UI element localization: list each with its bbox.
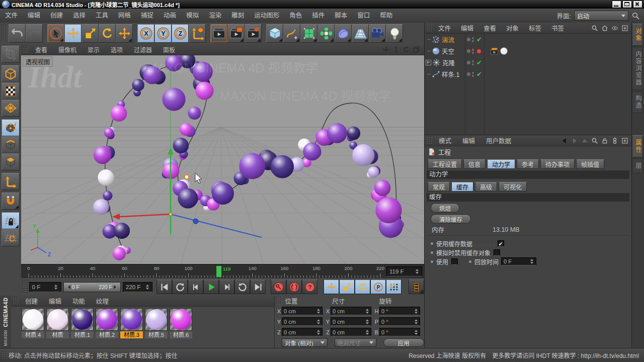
coord-field[interactable]: 0 °: [379, 317, 420, 326]
right-tab-bottom-0[interactable]: 属性: [632, 135, 643, 157]
prev-frame-button[interactable]: [188, 280, 203, 294]
right-tab-bottom-1[interactable]: 层: [632, 158, 643, 173]
attribute-tab-5[interactable]: 帧插值: [576, 159, 604, 169]
material-swatch[interactable]: [22, 308, 44, 331]
tag-clap-icon[interactable]: [490, 47, 499, 55]
size-mode-dropdown[interactable]: 绝对尺寸: [335, 338, 376, 347]
axis-mode-button[interactable]: [2, 173, 20, 190]
maximize-icon[interactable]: [413, 46, 420, 53]
right-tab-top-0[interactable]: 对象: [632, 24, 643, 46]
material-item[interactable]: 材质: [46, 308, 69, 338]
menubar-item-9[interactable]: 渲染: [204, 9, 226, 23]
snap-button[interactable]: [2, 193, 20, 210]
workplane-mode-button[interactable]: [2, 100, 20, 117]
scale-button[interactable]: [339, 280, 355, 294]
disabled-red-icon[interactable]: [477, 49, 481, 53]
axis-z-button[interactable]: Z: [172, 24, 189, 43]
material-menu-3[interactable]: 纹理: [91, 296, 114, 306]
menubar-item-4[interactable]: 工具: [91, 9, 113, 23]
viewport-menu-item-2[interactable]: 显示: [82, 45, 105, 54]
visibility-dots[interactable]: [472, 37, 474, 42]
object-row[interactable]: 样条.1✔: [425, 68, 631, 80]
autokey-button[interactable]: [286, 280, 302, 294]
tag-sphere-icon[interactable]: [500, 47, 508, 55]
menubar-item-5[interactable]: 网格: [113, 9, 136, 23]
clear-cache-button[interactable]: 清除缓存: [431, 214, 471, 224]
view-label[interactable]: 透视视图: [23, 56, 53, 67]
model-mode-button[interactable]: [2, 65, 20, 82]
back-icon[interactable]: [561, 137, 568, 144]
object-name[interactable]: 克隆: [442, 58, 455, 67]
workplane-transform-button[interactable]: [2, 229, 20, 246]
checkbox[interactable]: [494, 249, 500, 256]
enabled-check-icon[interactable]: ✔: [476, 36, 482, 43]
material-swatch[interactable]: [120, 308, 143, 331]
material-item[interactable]: 材质.3: [120, 308, 143, 338]
object-row[interactable]: 湍流✔: [425, 34, 631, 45]
enabled-check-icon[interactable]: ✔: [476, 59, 482, 66]
coord-field[interactable]: 0 cm: [331, 317, 371, 326]
interface-dropdown[interactable]: 启动: [574, 11, 628, 21]
attribute-tab-0[interactable]: 工程设置: [428, 159, 462, 169]
coord-field[interactable]: 0 cm: [331, 307, 371, 315]
menubar-item-12[interactable]: 角色: [284, 9, 307, 23]
plus-box-icon[interactable]: [621, 25, 628, 32]
object-name[interactable]: 样条.1: [442, 69, 459, 79]
viewport-menu-item-0[interactable]: 查看: [30, 45, 53, 54]
next-frame-button[interactable]: [219, 280, 234, 294]
attribute-grip[interactable]: [426, 136, 432, 145]
coord-field[interactable]: 0 °: [379, 328, 420, 336]
end-frame-field[interactable]: 220 F: [123, 282, 152, 292]
rotate-button[interactable]: [99, 24, 116, 43]
live-selection-button[interactable]: [47, 24, 64, 43]
menubar-item-16[interactable]: 帮助: [375, 9, 397, 23]
make-editable-button[interactable]: [2, 46, 20, 63]
material-menu-1[interactable]: 编辑: [43, 296, 67, 306]
viewport-menu-item-3[interactable]: 选项: [105, 45, 128, 54]
visibility-dots[interactable]: [472, 60, 474, 65]
menubar-item-3[interactable]: 选择: [68, 9, 91, 23]
menubar-item-1[interactable]: 编辑: [23, 9, 45, 23]
menubar-item-2[interactable]: 创建: [45, 9, 68, 23]
viewport-scene[interactable]: YZIhdtMAXON CINEMA 4D 视频教学MAXON CINEMA 4…: [21, 44, 424, 264]
menubar-item-14[interactable]: 脚本: [330, 9, 352, 23]
close-button[interactable]: [633, 1, 642, 8]
attribute-tab-2[interactable]: 动力学: [487, 159, 515, 169]
material-grip[interactable]: [13, 297, 18, 305]
texture-mode-button[interactable]: [2, 82, 20, 100]
coord-field[interactable]: 0 cm: [282, 307, 323, 315]
viewport-menu-item-1[interactable]: 摄像机: [53, 45, 82, 54]
viewport-menu-item-5[interactable]: 面板: [157, 45, 181, 54]
lock-icon[interactable]: [601, 137, 608, 144]
t-param-button[interactable]: P: [370, 280, 386, 294]
camera-button[interactable]: [369, 24, 386, 43]
question-button[interactable]: ?: [302, 280, 317, 294]
cloner-button[interactable]: [317, 24, 335, 43]
rotate-view-icon[interactable]: [403, 46, 410, 53]
object-menu-4[interactable]: 标签: [524, 23, 546, 33]
attribute-menu-1[interactable]: 编辑: [457, 136, 480, 145]
render-settings-button[interactable]: [245, 24, 262, 43]
menubar-item-6[interactable]: 捕捉: [136, 9, 158, 23]
link-icon[interactable]: [611, 137, 618, 144]
relative-mode-dropdown[interactable]: 对象 (相对): [282, 338, 328, 347]
object-name[interactable]: 天空: [442, 46, 454, 56]
attribute-tab-4[interactable]: 待办事项: [540, 159, 575, 169]
coord-field[interactable]: 0 cm: [282, 317, 323, 326]
object-row[interactable]: 天空: [425, 45, 631, 57]
timeline-ruler[interactable]: 020406080100140160180200220119: [21, 264, 384, 278]
attribute-menu-2[interactable]: 用户数据: [480, 136, 517, 145]
rotate-button[interactable]: [355, 280, 370, 294]
coord-field[interactable]: 0 cm: [282, 328, 323, 336]
fwd-icon[interactable]: [571, 137, 578, 144]
viewport-menu-item-4[interactable]: 过滤器: [128, 45, 157, 54]
render-view-button[interactable]: [210, 24, 227, 43]
material-swatch[interactable]: [46, 308, 69, 331]
material-swatch[interactable]: [71, 308, 94, 331]
material-item[interactable]: 材质.4: [21, 308, 45, 338]
right-tab-top-1[interactable]: 内容浏览器: [632, 47, 643, 90]
toolbar-grip[interactable]: [2, 25, 7, 42]
visibility-dots[interactable]: [472, 49, 474, 54]
move-button[interactable]: [324, 280, 339, 294]
minimize-button[interactable]: [612, 1, 621, 8]
